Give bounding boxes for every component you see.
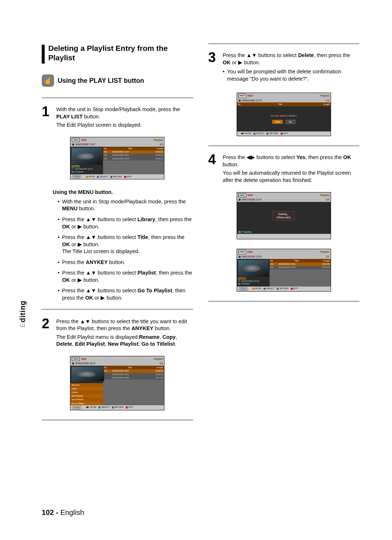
- divider: [208, 301, 360, 301]
- playlist-subheading: Using the PLAY LIST button: [58, 76, 144, 85]
- section-bar-icon: [42, 45, 45, 64]
- side-tab-editing: Editing: [18, 300, 28, 328]
- dialog-no-button[interactable]: No: [286, 120, 295, 124]
- step-4: 4 Press the ◀▶ buttons to select Yes, th…: [208, 153, 360, 185]
- screenshot-playlist-1: HDDHDDPlaylist ▣ JAN/02/2006 13:471/3 Pl…: [70, 137, 164, 180]
- screenshot-deleting: HDDHDDPlaylist ▣ JAN/19/2006 13:471/3 De…: [237, 192, 331, 240]
- section-title-text: Deleting a Playlist Entry from the Playl…: [48, 44, 193, 63]
- step-number: 3: [208, 50, 218, 86]
- step-2: 2 Press the ▲▼ buttons to select the tit…: [42, 317, 193, 349]
- step-3: 3 Press the ▲▼ buttons to select Delete,…: [208, 50, 360, 86]
- page-number: 102 - English: [42, 508, 84, 517]
- menu-subheading: Using the MENU button.: [53, 189, 193, 196]
- divider: [42, 420, 193, 420]
- step-number: 2: [42, 317, 51, 349]
- dialog-yes-button[interactable]: Yes: [272, 120, 283, 124]
- divider: [42, 98, 193, 98]
- step-number: 1: [42, 105, 51, 130]
- screenshot-playlist-after: HDDHDDPlaylist ▣ JAN/19/2006 13:511/2 Pl…: [237, 249, 331, 292]
- screenshot-playlist-2: HDDHDDPlaylist ▣ JAN/02/2006 13:471/3 Re…: [70, 356, 164, 410]
- thumbnail: [72, 148, 102, 165]
- divider: [208, 146, 360, 146]
- divider: [42, 309, 193, 309]
- divider: [208, 44, 360, 44]
- step-number: 4: [208, 153, 218, 185]
- step-1: 1 With the unit in Stop mode/Playback mo…: [42, 105, 193, 130]
- hand-icon: ☝: [42, 74, 54, 87]
- menu-bullet-list: With the unit in Stop mode/Playback mode…: [53, 198, 193, 302]
- section-title: Deleting a Playlist Entry from the Playl…: [42, 44, 193, 64]
- screenshot-delete-confirm: HDDHDDPlaylist ▣ JAN/02/2006 13:471/3 No…: [237, 93, 331, 136]
